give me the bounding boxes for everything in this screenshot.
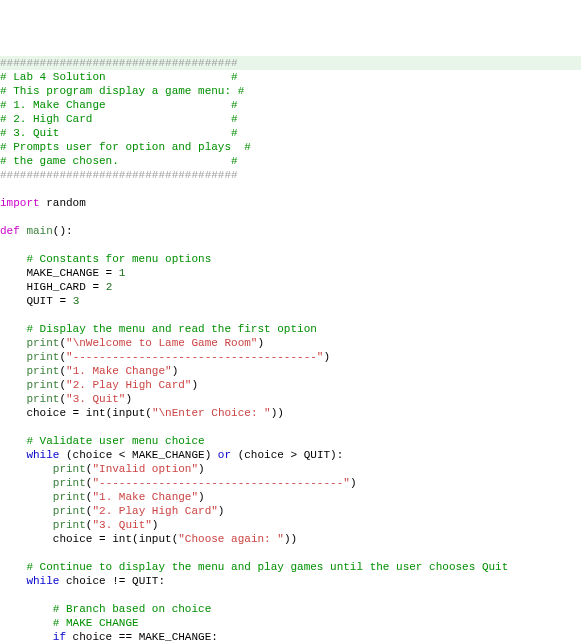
- code-token: )): [284, 533, 297, 545]
- code-line: print("3. Quit"): [0, 518, 581, 532]
- code-token: # Display the menu and read the first op…: [26, 323, 316, 335]
- code-token: "1. Make Change": [92, 491, 198, 503]
- code-token: ): [152, 519, 159, 531]
- code-token: "\nWelcome to Lame Game Room": [66, 337, 257, 349]
- code-line: [0, 182, 581, 196]
- code-line: print("---------------------------------…: [0, 476, 581, 490]
- code-token: def: [0, 225, 20, 237]
- code-token: [0, 505, 53, 517]
- code-token: input: [139, 533, 172, 545]
- code-line: choice = int(input("\nEnter Choice: ")): [0, 406, 581, 420]
- code-token: int: [112, 533, 132, 545]
- code-token: "2. Play High Card": [92, 505, 217, 517]
- code-token: QUIT =: [0, 295, 73, 307]
- code-token: [0, 463, 53, 475]
- code-line: # 3. Quit #: [0, 126, 581, 140]
- code-line: print("1. Make Change"): [0, 490, 581, 504]
- code-line: def main():: [0, 224, 581, 238]
- code-token: [0, 379, 26, 391]
- code-token: [0, 519, 53, 531]
- code-token: # the game chosen. #: [0, 155, 238, 167]
- code-line: print("Invalid option"): [0, 462, 581, 476]
- code-token: print: [26, 351, 59, 363]
- code-token: "Invalid option": [92, 463, 198, 475]
- code-token: ####################################: [0, 57, 238, 69]
- code-token: ():: [53, 225, 73, 237]
- code-line: # Branch based on choice: [0, 602, 581, 616]
- code-token: choice != QUIT:: [59, 575, 165, 587]
- code-token: print: [53, 477, 86, 489]
- code-token: MAKE_CHANGE =: [0, 267, 119, 279]
- code-token: [0, 253, 26, 265]
- code-token: # 3. Quit #: [0, 127, 238, 139]
- code-token: # 2. High Card #: [0, 113, 238, 125]
- code-line: print("---------------------------------…: [0, 350, 581, 364]
- code-line: [0, 420, 581, 434]
- code-token: print: [26, 337, 59, 349]
- code-token: ): [191, 379, 198, 391]
- code-line: # Display the menu and read the first op…: [0, 322, 581, 336]
- code-token: [0, 561, 26, 573]
- code-token: [0, 477, 53, 489]
- code-token: ): [323, 351, 330, 363]
- code-line: # Lab 4 Solution #: [0, 70, 581, 84]
- code-token: ): [350, 477, 357, 489]
- code-token: choice =: [0, 533, 112, 545]
- code-token: ): [125, 393, 132, 405]
- code-token: (: [132, 533, 139, 545]
- code-line: print("1. Make Change"): [0, 364, 581, 378]
- code-token: (: [145, 407, 152, 419]
- code-token: (choice > QUIT):: [231, 449, 343, 461]
- code-line: [0, 238, 581, 252]
- code-token: "3. Quit": [66, 393, 125, 405]
- code-token: print: [26, 393, 59, 405]
- code-token: 3: [73, 295, 80, 307]
- code-token: or: [218, 449, 231, 461]
- code-token: [0, 603, 53, 615]
- code-line: [0, 546, 581, 560]
- code-token: [0, 365, 26, 377]
- code-token: "\nEnter Choice: ": [152, 407, 271, 419]
- code-token: # This program display a game menu: #: [0, 85, 244, 97]
- code-line: # Prompts user for option and plays #: [0, 140, 581, 154]
- code-token: # Lab 4 Solution #: [0, 71, 238, 83]
- code-token: [0, 323, 26, 335]
- code-token: while: [26, 449, 59, 461]
- code-token: HIGH_CARD =: [0, 281, 106, 293]
- code-line: # Constants for menu options: [0, 252, 581, 266]
- code-token: [0, 435, 26, 447]
- code-line: MAKE_CHANGE = 1: [0, 266, 581, 280]
- code-token: choice =: [0, 407, 86, 419]
- code-token: # MAKE CHANGE: [53, 617, 139, 629]
- code-token: "-------------------------------------": [92, 477, 349, 489]
- code-token: input: [112, 407, 145, 419]
- code-token: ): [172, 365, 179, 377]
- code-token: import: [0, 197, 40, 209]
- code-token: [0, 351, 26, 363]
- code-line: HIGH_CARD = 2: [0, 280, 581, 294]
- code-line: while (choice < MAKE_CHANGE) or (choice …: [0, 448, 581, 462]
- code-line: print("3. Quit"): [0, 392, 581, 406]
- code-token: ####################################: [0, 169, 238, 181]
- code-block: ##################################### La…: [0, 56, 581, 643]
- code-token: "3. Quit": [92, 519, 151, 531]
- code-token: "Choose again: ": [178, 533, 284, 545]
- code-line: print("2. Play High Card"): [0, 378, 581, 392]
- code-line: # This program display a game menu: #: [0, 84, 581, 98]
- code-line: # 1. Make Change #: [0, 98, 581, 112]
- code-line: QUIT = 3: [0, 294, 581, 308]
- code-token: "2. Play High Card": [66, 379, 191, 391]
- code-token: choice == MAKE_CHANGE:: [66, 631, 218, 643]
- code-line: # 2. High Card #: [0, 112, 581, 126]
- code-token: print: [26, 365, 59, 377]
- code-token: [0, 631, 53, 643]
- code-token: [0, 449, 26, 461]
- code-line: while choice != QUIT:: [0, 574, 581, 588]
- code-line: if choice == MAKE_CHANGE:: [0, 630, 581, 643]
- code-token: # Constants for menu options: [26, 253, 211, 265]
- code-token: # Continue to display the menu and play …: [26, 561, 508, 573]
- code-line: print("2. Play High Card"): [0, 504, 581, 518]
- code-token: "1. Make Change": [66, 365, 172, 377]
- code-line: choice = int(input("Choose again: ")): [0, 532, 581, 546]
- code-line: import random: [0, 196, 581, 210]
